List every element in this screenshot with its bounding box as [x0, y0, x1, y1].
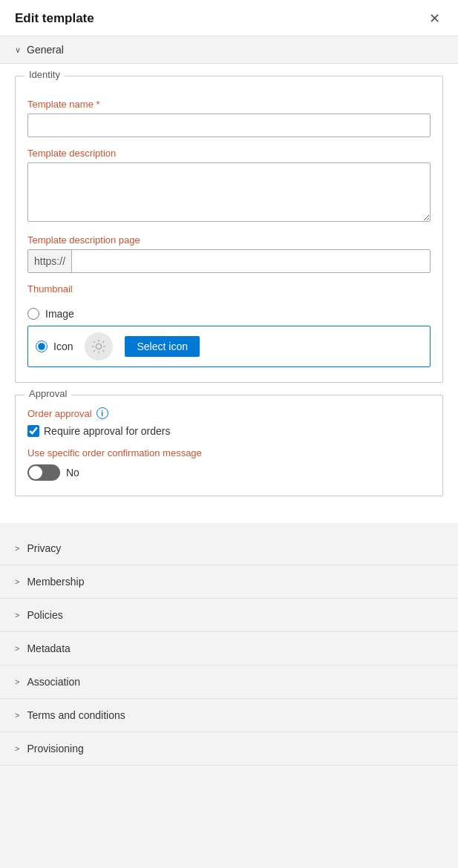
nav-item-privacy[interactable]: > Privacy	[0, 532, 458, 565]
provisioning-label: Provisioning	[27, 743, 83, 754]
edit-template-panel: Edit template ✕ ∨ General Identity Templ…	[0, 0, 458, 868]
thumbnail-label: Thumbnail	[27, 283, 431, 295]
icon-radio-label[interactable]: Icon	[53, 341, 73, 352]
privacy-label: Privacy	[27, 542, 61, 554]
nav-item-policies[interactable]: > Policies	[0, 599, 458, 632]
confirmation-toggle-switch[interactable]	[27, 464, 60, 481]
general-section-content: Identity Template name * Template descri…	[0, 64, 458, 523]
icon-radio-input[interactable]	[36, 341, 48, 352]
svg-line-7	[94, 350, 95, 352]
nav-item-membership[interactable]: > Membership	[0, 565, 458, 599]
template-description-page-url-wrapper: https://	[27, 249, 431, 273]
panel-title: Edit template	[15, 11, 94, 26]
approval-fieldset: Approval Order approval i Require approv…	[15, 395, 443, 496]
url-prefix: https://	[28, 250, 72, 272]
template-description-page-label: Template description page	[27, 234, 431, 246]
nav-item-association[interactable]: > Association	[0, 665, 458, 699]
image-radio-label[interactable]: Image	[45, 308, 74, 320]
require-approval-checkbox-label[interactable]: Require approval for orders	[44, 425, 170, 437]
order-approval-label: Order approval	[27, 408, 92, 419]
nav-item-provisioning[interactable]: > Provisioning	[0, 732, 458, 766]
general-section-label: General	[27, 44, 64, 56]
svg-line-6	[103, 350, 105, 352]
general-section-toggle[interactable]: ∨ General	[0, 36, 458, 64]
membership-label: Membership	[27, 576, 84, 588]
general-chevron-icon: ∨	[15, 45, 21, 55]
select-icon-button[interactable]: Select icon	[125, 336, 199, 357]
image-radio-input[interactable]	[27, 308, 39, 320]
require-approval-checkbox[interactable]	[27, 425, 39, 437]
order-approval-info-icon[interactable]: i	[96, 407, 108, 419]
nav-item-metadata[interactable]: > Metadata	[0, 632, 458, 665]
spacer	[0, 523, 458, 532]
identity-fieldset: Identity Template name * Template descri…	[15, 76, 443, 383]
identity-legend: Identity	[24, 69, 65, 80]
template-name-label: Template name *	[27, 99, 431, 110]
sun-icon	[91, 338, 107, 355]
panel-header: Edit template ✕	[0, 0, 458, 36]
icon-preview-circle	[85, 332, 113, 361]
policies-label: Policies	[27, 609, 62, 621]
require-approval-row: Require approval for orders	[27, 425, 431, 437]
confirmation-toggle-label: No	[66, 467, 79, 479]
nav-section: > Privacy > Membership > Policies > Meta…	[0, 532, 458, 868]
metadata-chevron-icon: >	[15, 644, 19, 653]
template-description-label: Template description	[27, 148, 431, 159]
close-button[interactable]: ✕	[426, 10, 443, 27]
svg-line-5	[94, 341, 95, 343]
confirmation-toggle-row: No	[27, 464, 431, 481]
association-label: Association	[27, 676, 80, 688]
terms-label: Terms and conditions	[27, 709, 125, 721]
terms-chevron-icon: >	[15, 711, 19, 720]
approval-legend: Approval	[24, 388, 71, 399]
metadata-label: Metadata	[27, 642, 70, 654]
membership-chevron-icon: >	[15, 577, 19, 586]
nav-item-terms[interactable]: > Terms and conditions	[0, 699, 458, 732]
provisioning-chevron-icon: >	[15, 744, 19, 753]
privacy-chevron-icon: >	[15, 544, 19, 553]
confirmation-message-label: Use specific order confirmation message	[27, 447, 431, 458]
template-description-page-input[interactable]	[72, 250, 430, 272]
association-chevron-icon: >	[15, 677, 19, 686]
toggle-knob	[29, 466, 42, 479]
order-approval-title-row: Order approval i	[27, 407, 431, 419]
template-name-input[interactable]	[27, 114, 431, 137]
svg-line-8	[103, 341, 105, 343]
image-radio-row: Image	[27, 302, 431, 326]
policies-chevron-icon: >	[15, 611, 19, 619]
template-description-textarea[interactable]	[27, 162, 431, 222]
svg-point-0	[96, 343, 102, 349]
icon-radio-row: Icon Select icon	[27, 326, 431, 367]
